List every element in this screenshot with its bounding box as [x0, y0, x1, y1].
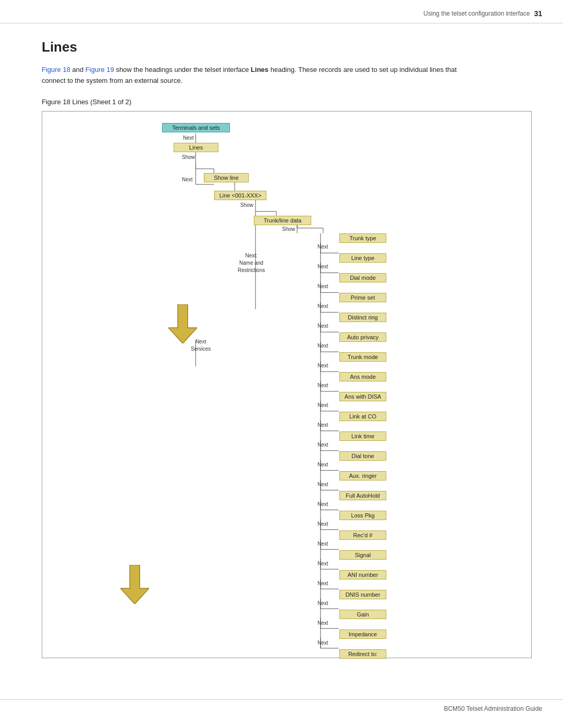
footer-text: BCM50 Telset Administration Guide [444, 705, 542, 712]
node-aux-ringer: Aux. ringer [339, 471, 386, 480]
node-ani-number: ANI number [339, 570, 386, 579]
intro-text2: show the headings under the telset inter… [114, 66, 251, 73]
node-terminals: Terminals and sets [162, 123, 230, 132]
label-next-name: Next:Name andRestrictions [238, 252, 265, 274]
node-prime-set: Prime set [339, 293, 386, 302]
main-content: Lines Figure 18 and Figure 19 show the h… [0, 23, 563, 679]
node-signal: Signal [339, 550, 386, 560]
node-ans-mode: Ans mode [339, 372, 386, 381]
node-lines: Lines [174, 143, 218, 152]
node-distinct-ring: Distinct ring [339, 313, 386, 322]
label-next-autohold: Next [317, 501, 328, 507]
svg-marker-61 [120, 565, 149, 604]
figure19-link[interactable]: Figure 19 [85, 66, 114, 73]
label-next-aux: Next [317, 482, 328, 487]
label-next-distinct-ring: Next [317, 323, 328, 329]
label-next-gain: Next [317, 620, 328, 626]
label-next-dial-tone: Next [317, 462, 328, 467]
label-next-link-time: Next [317, 442, 328, 448]
label-next-prime-set: Next [317, 303, 328, 309]
node-ans-with-disa: Ans with DISA [339, 392, 386, 401]
node-gain: Gain [339, 610, 386, 619]
page-header: Using the telset configuration interface… [0, 0, 563, 23]
label-next-1: Next [183, 135, 194, 141]
figure-caption: Figure 18 Lines (Sheet 1 of 2) [42, 98, 532, 106]
label-next-2: Next [182, 177, 193, 182]
label-next-auto-privacy: Next [317, 343, 328, 349]
node-link-time: Link time [339, 431, 386, 441]
label-next-dnis: Next [317, 600, 328, 606]
node-recd: Rec'd # [339, 530, 386, 540]
label-next-loss: Next [317, 521, 328, 527]
header-label: Using the telset configuration interface [423, 10, 530, 17]
figure-caption-text: Lines (Sheet 1 of 2) [70, 98, 131, 106]
label-next-ans-mode: Next [317, 382, 328, 388]
label-next-trunk-type: Next [317, 244, 328, 250]
section-title: Lines [42, 39, 532, 55]
label-next-ani: Next [317, 581, 328, 586]
node-dial-tone: Dial tone [339, 451, 386, 461]
diagram-container: Terminals and sets Next Lines Show Next … [42, 111, 532, 658]
node-loss-pkg: Loss Pkg [339, 511, 386, 520]
node-dnis-number: DNIS number [339, 590, 386, 599]
label-next-recd: Next [317, 541, 328, 547]
page-footer: BCM50 Telset Administration Guide [0, 699, 563, 718]
arrow-down-large-2 [120, 565, 149, 604]
label-next-link-co: Next [317, 422, 328, 428]
node-show-line: Show line [204, 173, 249, 182]
node-trunk-mode: Trunk mode [339, 352, 386, 362]
label-next-dial-mode: Next [317, 283, 328, 289]
label-next-ans-disa: Next [317, 402, 328, 408]
intro-bold: Lines [251, 66, 268, 73]
figure-caption-bold: Figure 18 [42, 98, 70, 106]
node-line-xxx: Line <001-XXX> [214, 191, 266, 200]
node-trunk-line-data: Trunk/line data [254, 216, 311, 225]
node-link-at-co: Link at CO [339, 412, 386, 421]
label-next-line-type: Next [317, 264, 328, 269]
node-dial-mode: Dial mode [339, 273, 386, 282]
node-trunk-type: Trunk type [339, 233, 386, 243]
figure18-link[interactable]: Figure 18 [42, 66, 70, 73]
arrow-down-large-1 [168, 304, 197, 343]
node-full-autohold: Full AutoHold [339, 491, 386, 500]
label-show-3: Show [282, 226, 295, 232]
intro-paragraph: Figure 18 and Figure 19 show the heading… [42, 65, 469, 87]
connector-lines [42, 112, 531, 658]
intro-text1: and [70, 66, 85, 73]
label-next-impedance: Next [317, 640, 328, 646]
label-next-trunk-mode: Next [317, 363, 328, 368]
page-number: 31 [534, 9, 542, 18]
svg-marker-60 [168, 304, 197, 343]
node-impedance: Impedance [339, 630, 386, 639]
node-auto-privacy: Auto privacy [339, 332, 386, 342]
node-line-type: Line type [339, 253, 386, 263]
label-show-2: Show [240, 202, 253, 208]
node-redirect-to: Redirect to: [339, 649, 386, 659]
label-next-signal: Next [317, 561, 328, 566]
label-show-1: Show [182, 154, 195, 160]
